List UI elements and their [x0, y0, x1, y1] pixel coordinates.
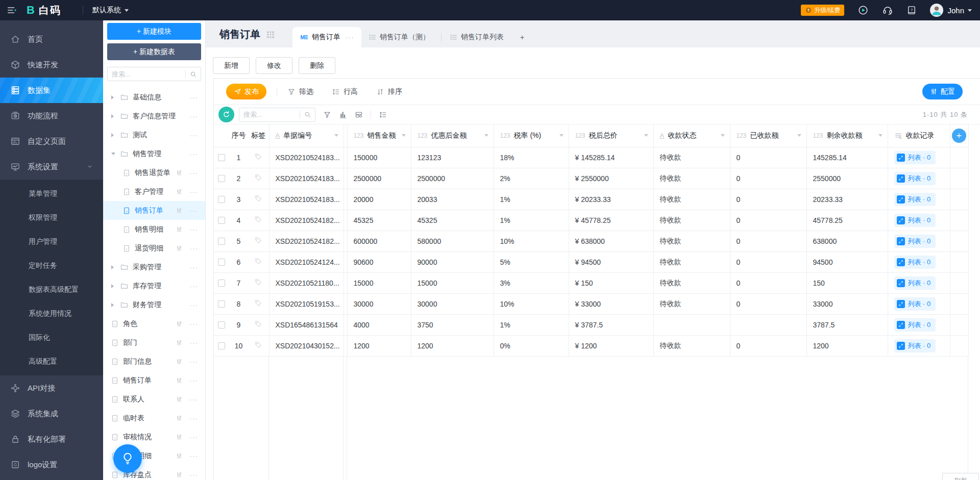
remaining-cell[interactable]: 33000	[806, 293, 888, 314]
tax-rate-cell[interactable]: 1%	[494, 210, 569, 231]
row-density-icon[interactable]	[379, 111, 387, 119]
sort-caret-icon[interactable]	[797, 134, 801, 137]
sale-amount-cell[interactable]: 150000	[347, 147, 411, 168]
record-list-button[interactable]: 列表 · 0	[894, 297, 936, 311]
caret-right-icon[interactable]	[111, 265, 114, 269]
search-icon[interactable]	[189, 70, 197, 78]
system-switcher[interactable]: 默认系统	[92, 6, 129, 15]
total-with-tax-cell[interactable]: ¥ 638000	[569, 231, 653, 251]
add-tab-button[interactable]: +	[520, 27, 524, 47]
submenu-item-3[interactable]: 定时任务	[0, 254, 103, 277]
discounted-amount-cell[interactable]: 123123	[411, 147, 494, 168]
order-no-cell[interactable]: XSD20210524124...	[269, 251, 344, 272]
more-options-icon[interactable]: ···	[189, 113, 198, 120]
more-options-icon[interactable]: ···	[189, 434, 198, 441]
received-cell[interactable]: 0	[730, 272, 806, 293]
tax-rate-cell[interactable]: 5%	[494, 251, 569, 272]
order-no-cell[interactable]: XSD20210524183...	[269, 189, 344, 210]
more-options-icon[interactable]: ···	[189, 283, 198, 290]
received-cell[interactable]: 0	[730, 335, 806, 356]
order-no-cell[interactable]: XSD20210519153...	[269, 293, 344, 314]
column-header-spacer[interactable]	[344, 124, 347, 147]
config-button[interactable]: 配置	[922, 84, 963, 99]
record-list-button[interactable]: 列表 · 0	[894, 214, 936, 227]
headset-support-icon[interactable]	[882, 5, 893, 16]
order-no-cell[interactable]: XSD20210521180...	[269, 272, 344, 293]
sort-caret-icon[interactable]	[721, 134, 725, 137]
row-tag-cell[interactable]	[248, 293, 269, 314]
row-checkbox[interactable]	[218, 217, 225, 224]
order-no-cell[interactable]: XSD20210524182...	[269, 231, 344, 251]
record-list-button[interactable]: 列表 · 0	[894, 172, 936, 185]
more-options-icon[interactable]: ···	[189, 452, 198, 460]
remaining-cell[interactable]: 150	[806, 272, 888, 293]
row-tag-cell[interactable]	[248, 335, 269, 356]
more-options-icon[interactable]: ···	[189, 320, 198, 327]
sort-caret-icon[interactable]	[644, 134, 648, 137]
more-options-icon[interactable]: ···	[189, 226, 198, 233]
row-tag-cell[interactable]	[248, 168, 269, 189]
search-icon[interactable]	[304, 111, 311, 118]
grid-search-input[interactable]	[239, 111, 300, 118]
sidebar-item-5[interactable]: 系统设置	[0, 154, 103, 180]
tree-node-联系人[interactable]: x联系人···	[103, 390, 205, 409]
sort-caret-icon[interactable]	[484, 134, 488, 137]
tax-rate-cell[interactable]: 2%	[494, 168, 569, 189]
column-header-序号[interactable]: 序号	[229, 124, 248, 147]
sale-amount-cell[interactable]: 4000	[347, 314, 411, 335]
status-cell[interactable]: 待收款	[653, 147, 730, 168]
action-button-0[interactable]: 新增	[213, 57, 250, 74]
row-tag-cell[interactable]	[248, 314, 269, 335]
grip-icon[interactable]	[176, 226, 183, 233]
discounted-amount-cell[interactable]: 20033	[411, 189, 494, 210]
column-header-销售金额[interactable]: 123销售金额	[347, 124, 411, 147]
total-with-tax-cell[interactable]: ¥ 145285.14	[569, 147, 653, 168]
sort-caret-icon[interactable]	[878, 134, 883, 137]
more-options-icon[interactable]: ···	[189, 471, 198, 478]
more-options-icon[interactable]: ···	[189, 150, 198, 158]
tax-rate-cell[interactable]: 3%	[494, 272, 569, 293]
tax-rate-cell[interactable]: 18%	[494, 147, 569, 168]
action-button-1[interactable]: 修改	[256, 57, 292, 74]
caret-right-icon[interactable]	[111, 133, 114, 137]
user-name[interactable]: John	[947, 6, 964, 15]
play-video-icon[interactable]	[857, 5, 869, 16]
sidebar-item-7[interactable]: 系统集成	[0, 401, 103, 426]
tree-node-客户管理[interactable]: x客户管理···	[103, 182, 205, 201]
sale-amount-cell[interactable]: 15000	[347, 272, 411, 293]
caret-down-icon[interactable]	[111, 153, 115, 155]
total-with-tax-cell[interactable]: ¥ 20233.33	[569, 189, 653, 210]
row-checkbox[interactable]	[218, 342, 225, 349]
tax-rate-cell[interactable]: 10%	[494, 293, 569, 314]
tree-node-销售管理[interactable]: 销售管理···	[103, 144, 205, 163]
received-cell[interactable]: 0	[730, 231, 806, 251]
received-cell[interactable]: 0	[730, 251, 806, 272]
sale-amount-cell[interactable]: 600000	[347, 231, 411, 251]
refresh-button[interactable]	[218, 107, 234, 122]
received-cell[interactable]: 0	[730, 147, 806, 168]
sidebar-item-4[interactable]: 自定义页面	[0, 129, 103, 154]
row-tag-cell[interactable]	[248, 147, 269, 168]
status-cell[interactable]: 待收款	[653, 251, 730, 272]
sort-caret-icon[interactable]	[334, 134, 338, 137]
sale-amount-cell[interactable]: 2500000	[347, 168, 411, 189]
status-cell[interactable]	[653, 314, 730, 335]
tree-node-销售订单[interactable]: x销售订单···	[103, 201, 205, 220]
hint-lightbulb-button[interactable]	[113, 444, 142, 473]
total-with-tax-cell[interactable]: ¥ 150	[569, 272, 653, 293]
row-tag-cell[interactable]	[248, 251, 269, 272]
sort-caret-icon[interactable]	[402, 134, 406, 137]
submenu-item-2[interactable]: 用户管理	[0, 230, 103, 254]
tree-node-销售订单[interactable]: x销售订单···	[103, 371, 205, 390]
total-with-tax-cell[interactable]: ¥ 45778.25	[569, 210, 653, 231]
remaining-cell[interactable]: 45778.25	[806, 210, 888, 231]
grip-icon[interactable]	[176, 415, 183, 422]
sidebar-item-1[interactable]: 快速开发	[0, 52, 103, 78]
collapse-menu-icon[interactable]	[6, 5, 17, 16]
tree-node-退货明细[interactable]: x退货明细···	[103, 239, 205, 258]
grip-icon[interactable]	[176, 339, 183, 346]
tree-node-部门[interactable]: x部门···	[103, 333, 205, 352]
upgrade-badge[interactable]: 升级/续费	[801, 5, 844, 16]
total-with-tax-cell[interactable]: ¥ 33000	[569, 293, 653, 314]
add-column-button[interactable]	[952, 129, 966, 143]
